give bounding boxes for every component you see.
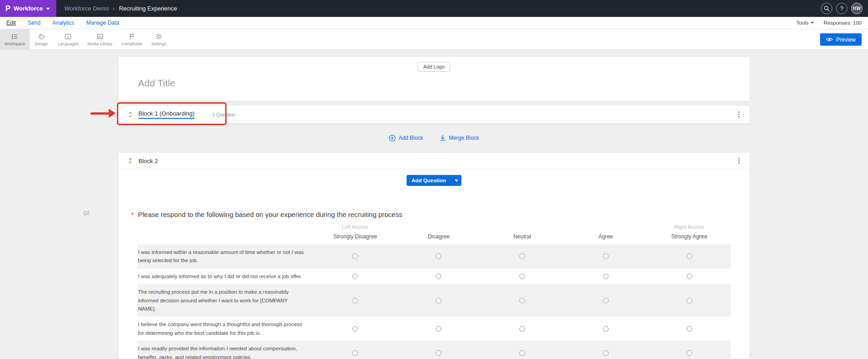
scale-header[interactable]: Agree: [564, 233, 647, 240]
search-button[interactable]: [821, 3, 832, 14]
avatar-initials: HW: [853, 6, 861, 11]
radio-button[interactable]: [687, 298, 692, 303]
search-icon: [824, 5, 830, 11]
toolbar-item-languages[interactable]: A Languages: [53, 29, 83, 49]
top-bar: P Workforce Workforce Demo › Recruiting …: [0, 0, 868, 17]
preview-button[interactable]: Preview: [820, 33, 862, 46]
toolbar-item-completion[interactable]: Completion: [117, 29, 147, 49]
statement-text[interactable]: I was readily provided the information I…: [137, 344, 313, 359]
merge-block-button[interactable]: Merge Block: [439, 135, 479, 141]
merge-icon: [439, 135, 446, 141]
scale-header[interactable]: Disagree: [397, 233, 481, 240]
block-actions-row: Add Block Merge Block: [0, 124, 868, 152]
question-mark-icon: ?: [840, 5, 843, 12]
anchor-row: Left Anchor Right Anchor: [137, 224, 731, 230]
radio-button[interactable]: [603, 326, 609, 332]
add-block-button[interactable]: Add Block: [389, 135, 423, 142]
block2-card: Block 2 Add Question * Please respond to…: [118, 152, 750, 359]
tab-analytics[interactable]: Analytics: [53, 20, 74, 26]
add-question-button[interactable]: Add Question: [407, 175, 451, 186]
workforce-logo-icon: P: [5, 5, 11, 13]
toolbar-item-design[interactable]: Design: [30, 29, 53, 49]
statement-text[interactable]: I was informed within a reasonable amoun…: [137, 248, 313, 265]
add-block-label: Add Block: [398, 135, 423, 141]
media-library-image-icon: [96, 33, 104, 40]
statement-text[interactable]: The recruiting process put me in a posit…: [137, 288, 313, 313]
survey-title-placeholder[interactable]: Add Title: [138, 78, 175, 89]
tab-manage-data[interactable]: Manage Data: [86, 20, 119, 26]
radio-button[interactable]: [519, 253, 525, 259]
question-text[interactable]: Please respond to the following based on…: [138, 211, 402, 218]
matrix-row: I was readily provided the information I…: [137, 341, 731, 359]
radio-button[interactable]: [352, 298, 358, 303]
radio-button[interactable]: [352, 326, 358, 332]
scale-header[interactable]: Strongly Agree: [647, 233, 731, 240]
radio-button[interactable]: [352, 350, 358, 356]
block1-options-menu[interactable]: [736, 110, 741, 119]
toolbar-item-label: Media Library: [87, 42, 112, 46]
collapse-block-icon[interactable]: [128, 158, 132, 164]
radio-button[interactable]: [352, 274, 358, 279]
statement-text[interactable]: I believe the company went through a tho…: [137, 320, 313, 337]
avatar[interactable]: HW: [851, 3, 863, 14]
radio-button[interactable]: [603, 298, 609, 303]
radio-button[interactable]: [687, 350, 692, 356]
tools-menu[interactable]: Tools: [796, 20, 814, 26]
radio-button[interactable]: [436, 253, 441, 259]
tab-send[interactable]: Send: [28, 20, 41, 26]
add-logo-button[interactable]: Add Logo: [418, 62, 450, 72]
question-id-label: Q2: [83, 211, 89, 216]
move-block-handle-icon[interactable]: [128, 111, 132, 118]
breadcrumb-current: Recruiting Experience: [119, 5, 177, 12]
toolbar-item-label: Languages: [58, 42, 79, 46]
completion-flag-icon: [128, 33, 136, 40]
block2-options-menu[interactable]: [736, 156, 741, 166]
radio-button[interactable]: [519, 274, 525, 279]
breadcrumb-parent[interactable]: Workforce Demo: [64, 5, 109, 12]
left-anchor-label: Left Anchor: [313, 224, 397, 230]
radio-button[interactable]: [687, 253, 692, 259]
block2-header: Block 2: [118, 153, 750, 169]
workspace-list-icon: [11, 33, 18, 40]
statement-text[interactable]: I was adequately informed as to why I di…: [137, 272, 313, 280]
radio-button[interactable]: [603, 350, 609, 356]
help-button[interactable]: ?: [836, 3, 847, 14]
block1-bar: Block 1 (Onboarding) 1 Question: [118, 105, 750, 124]
chevron-down-icon: [455, 180, 458, 182]
radio-button[interactable]: [603, 274, 609, 279]
radio-button[interactable]: [436, 326, 441, 332]
question-row: * Please respond to the following based …: [118, 211, 750, 219]
plus-circle-icon: [389, 135, 396, 142]
matrix-row: I believe the company went through a tho…: [137, 317, 731, 341]
radio-button[interactable]: [436, 298, 441, 303]
radio-button[interactable]: [436, 274, 441, 279]
matrix-row: I was adequately informed as to why I di…: [137, 269, 731, 284]
toolbar-item-settings[interactable]: Settings: [147, 29, 171, 49]
brand-menu[interactable]: P Workforce: [0, 0, 56, 17]
scale-header-row: Strongly Disagree Disagree Neutral Agree…: [137, 230, 731, 244]
design-palette-icon: [38, 33, 45, 40]
block2-title[interactable]: Block 2: [138, 158, 158, 164]
toolbar-item-media-library[interactable]: Media Library: [83, 29, 117, 49]
right-anchor-label: Right Anchor: [647, 224, 731, 230]
radio-button[interactable]: [687, 274, 692, 279]
radio-button[interactable]: [436, 350, 441, 356]
chevron-down-icon: [811, 22, 814, 24]
add-question-dropdown[interactable]: [451, 175, 461, 186]
radio-button[interactable]: [519, 298, 525, 303]
radio-button[interactable]: [603, 253, 609, 259]
block1-question-count: 1 Question: [212, 112, 236, 117]
radio-button[interactable]: [687, 326, 692, 332]
scale-header[interactable]: Strongly Disagree: [313, 233, 397, 240]
toolbar-item-label: Workspace: [5, 42, 25, 46]
svg-text:A: A: [67, 34, 69, 38]
block1-title[interactable]: Block 1 (Onboarding): [138, 110, 195, 119]
scale-header[interactable]: Neutral: [481, 233, 564, 240]
toolbar-item-label: Settings: [151, 42, 166, 46]
tab-edit[interactable]: Edit: [6, 20, 16, 26]
survey-canvas: Add Logo Add Title Block 1 (Onboarding) …: [0, 50, 868, 359]
toolbar-item-workspace[interactable]: Workspace: [0, 29, 30, 49]
radio-button[interactable]: [519, 350, 525, 356]
radio-button[interactable]: [352, 253, 358, 259]
radio-button[interactable]: [519, 326, 525, 332]
